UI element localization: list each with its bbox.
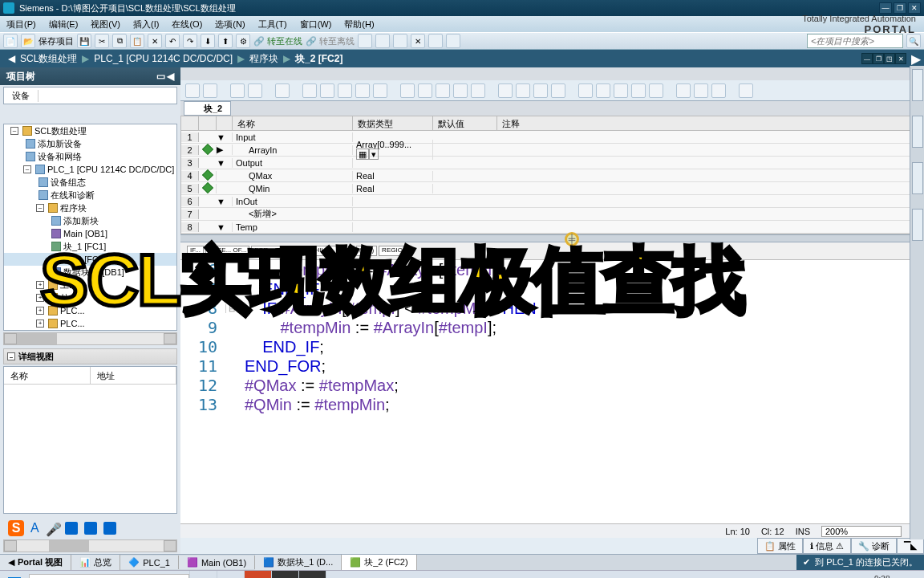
pin-icon[interactable]: ◀ bbox=[167, 71, 174, 82]
open-project-icon[interactable]: 📂 bbox=[21, 34, 35, 48]
prop-tab-properties[interactable]: 📋属性 bbox=[757, 538, 803, 554]
cut-icon[interactable]: ✂ bbox=[95, 34, 109, 48]
tool-4-icon[interactable]: ✕ bbox=[411, 34, 425, 48]
go-online-button[interactable]: 🔗 转至在线 bbox=[253, 35, 302, 47]
zoom-select[interactable]: 200% bbox=[821, 526, 902, 537]
tia-icon[interactable]: TIA bbox=[271, 571, 298, 578]
menu-online[interactable]: 在线(O) bbox=[165, 18, 209, 31]
etb-27[interactable] bbox=[711, 83, 726, 98]
tree-node[interactable]: 设备和网络 bbox=[4, 150, 176, 163]
new-project-icon[interactable]: 📄 bbox=[3, 34, 18, 48]
etb-26[interactable] bbox=[694, 83, 708, 98]
menu-project[interactable]: 项目(P) bbox=[0, 18, 43, 31]
var-row[interactable]: 3▼Output bbox=[181, 157, 923, 169]
menu-insert[interactable]: 插入(I) bbox=[127, 18, 165, 31]
etb-16[interactable] bbox=[498, 83, 513, 98]
sim-icon[interactable]: SIM bbox=[298, 571, 326, 578]
code-editor[interactable]: 6 #tempMax := #ArrayIn[#tempI];7 END_IF;… bbox=[180, 260, 924, 523]
etb-13[interactable] bbox=[436, 83, 450, 98]
var-row[interactable]: 5QMinReal bbox=[181, 182, 923, 195]
tool-6-icon[interactable] bbox=[446, 34, 460, 48]
etb-5[interactable] bbox=[275, 83, 290, 98]
etb-24[interactable] bbox=[649, 83, 663, 98]
etb-6[interactable] bbox=[302, 83, 317, 98]
var-row[interactable]: 4QMaxReal bbox=[181, 169, 923, 182]
copy-icon[interactable]: ⧉ bbox=[112, 34, 127, 48]
maximize-button[interactable]: ❐ bbox=[894, 2, 906, 14]
upload-icon[interactable]: ⬆ bbox=[218, 34, 233, 48]
var-row[interactable]: 8▼Temp bbox=[181, 221, 923, 234]
etb-4[interactable] bbox=[248, 83, 262, 98]
tool-2-icon[interactable] bbox=[375, 34, 390, 48]
var-row[interactable]: 7<新增> bbox=[181, 208, 923, 221]
tree-node[interactable]: –PLC_1 [CPU 1214C DC/DC/DC] bbox=[4, 163, 176, 176]
etb-21[interactable] bbox=[596, 83, 610, 98]
project-search-input[interactable] bbox=[807, 34, 903, 48]
etb-7[interactable] bbox=[320, 83, 334, 98]
detail-view-header[interactable]: –详细视图 bbox=[3, 348, 177, 364]
tree-node[interactable]: 块_2 [FC2] bbox=[4, 253, 176, 266]
editor-max-icon[interactable]: ❐ bbox=[873, 53, 884, 64]
etb-11[interactable] bbox=[400, 83, 415, 98]
etb-12[interactable] bbox=[418, 83, 432, 98]
ime-tool-icon[interactable] bbox=[103, 522, 116, 535]
editor-close-icon[interactable]: ✕ bbox=[895, 53, 906, 64]
etb-19[interactable] bbox=[551, 83, 565, 98]
menu-window[interactable]: 窗口(W) bbox=[294, 18, 338, 31]
save-icon[interactable]: 💾 bbox=[77, 34, 91, 48]
search-go-icon[interactable]: 🔍 bbox=[906, 34, 921, 48]
rail-2[interactable] bbox=[912, 116, 923, 148]
ppt-icon[interactable]: P bbox=[244, 571, 271, 578]
tree-node[interactable]: +PLC... bbox=[4, 317, 176, 330]
tree-node[interactable]: Main [OB1] bbox=[4, 227, 176, 240]
paste-icon[interactable]: 📋 bbox=[130, 34, 144, 48]
etb-1[interactable] bbox=[185, 83, 200, 98]
tree-node[interactable]: 在线和诊断 bbox=[4, 189, 176, 201]
splitter-handle-icon[interactable]: ╪ bbox=[565, 232, 579, 246]
variable-table[interactable]: 名称 数据类型 默认值 注释 1▼Input2▶ArrayInArray[0..… bbox=[180, 116, 924, 234]
bc-arrow-right-icon[interactable]: ▶ bbox=[911, 51, 921, 67]
tab-db1[interactable]: 🟦数据块_1 (D... bbox=[255, 555, 342, 570]
tree-node[interactable]: –程序块 bbox=[4, 201, 176, 214]
etb-23[interactable] bbox=[631, 83, 646, 98]
editor-float-icon[interactable]: ◳ bbox=[884, 53, 895, 64]
var-row[interactable]: 2▶ArrayInArray[0..999... ▦▾ bbox=[181, 144, 923, 157]
taskbar-search[interactable]: 🔍 搜索 bbox=[29, 574, 189, 579]
tab-overview[interactable]: 📊总览 bbox=[71, 555, 120, 570]
tool-5-icon[interactable] bbox=[428, 34, 443, 48]
sogou-logo-icon[interactable]: S bbox=[8, 520, 24, 536]
delete-icon[interactable]: ✕ bbox=[148, 34, 162, 48]
portal-view-button[interactable]: ◀ Portal 视图 bbox=[0, 555, 71, 570]
kw-while[interactable]: WHILE... DO... bbox=[306, 246, 355, 256]
etb-17[interactable] bbox=[516, 83, 530, 98]
kw-region[interactable]: REGION bbox=[379, 246, 411, 256]
menu-view[interactable]: 视图(V) bbox=[84, 18, 127, 31]
prop-tab-info[interactable]: ℹ信息 ⚠ bbox=[803, 538, 851, 554]
menu-options[interactable]: 选项(N) bbox=[209, 18, 251, 31]
task-view-icon[interactable]: ⧉ bbox=[189, 571, 217, 578]
menu-tools[interactable]: 工具(T) bbox=[252, 18, 294, 31]
tree-node[interactable]: –SCL数组处理 bbox=[4, 124, 176, 137]
download-icon[interactable]: ⬇ bbox=[201, 34, 215, 48]
etb-22[interactable] bbox=[614, 83, 628, 98]
save-project-button[interactable]: 保存项目 bbox=[38, 35, 74, 47]
kw-comment[interactable]: (*...*) bbox=[356, 246, 377, 256]
var-row[interactable]: 6▼InOut bbox=[181, 195, 923, 208]
tree-node[interactable]: 块_1 [FC1] bbox=[4, 240, 176, 253]
var-row[interactable]: 1▼Input bbox=[181, 131, 923, 144]
ime-skin-icon[interactable] bbox=[84, 522, 97, 535]
sidebar-hscroll[interactable] bbox=[3, 539, 177, 552]
redo-icon[interactable]: ↷ bbox=[183, 34, 197, 48]
etb-25[interactable] bbox=[676, 83, 691, 98]
tree-hscroll[interactable] bbox=[3, 332, 177, 345]
compile-icon[interactable]: ⚙ bbox=[236, 34, 250, 48]
tab-main[interactable]: 🟪Main (OB1) bbox=[179, 556, 255, 569]
kw-for[interactable]: FOR... TO DO... bbox=[251, 246, 304, 256]
close-button[interactable]: ✕ bbox=[908, 2, 921, 14]
collapse-icon[interactable]: ▭ bbox=[156, 71, 165, 82]
etb-2[interactable] bbox=[203, 83, 217, 98]
menu-edit[interactable]: 编辑(E) bbox=[43, 18, 85, 31]
etb-8[interactable] bbox=[338, 83, 352, 98]
rail-3[interactable] bbox=[912, 162, 923, 194]
menu-help[interactable]: 帮助(H) bbox=[338, 18, 380, 31]
